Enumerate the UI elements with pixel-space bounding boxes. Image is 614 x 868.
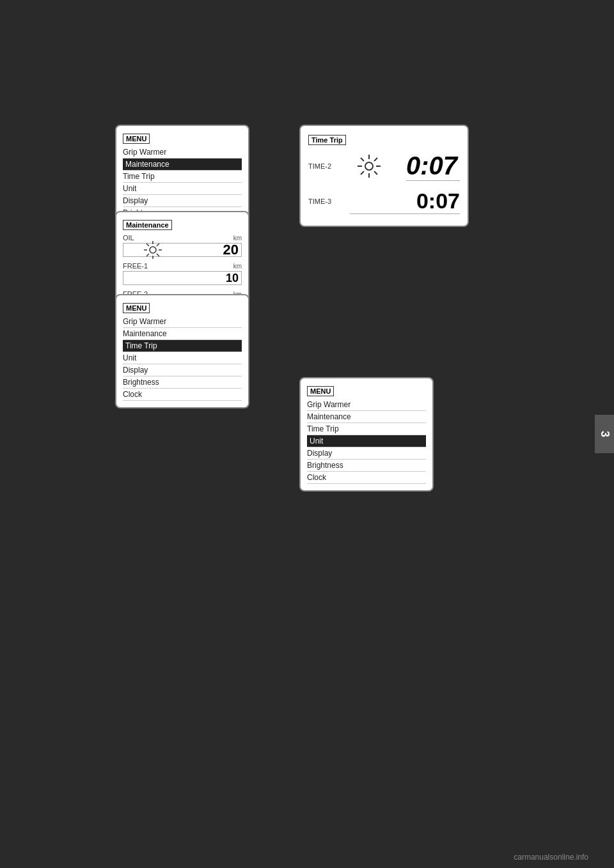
menu-item-grip-warmer-3[interactable]: Grip Warmer (307, 399, 426, 411)
time3-row: TIME-3 0:07 (308, 189, 460, 214)
menu-label-3: MENU (307, 386, 334, 396)
menu-item-grip-warmer-2[interactable]: Grip Warmer (123, 316, 242, 328)
menu-item-brightness-2[interactable]: Brightness (123, 376, 242, 389)
menu-item-unit-1[interactable]: Unit (123, 183, 242, 195)
menu-item-unit-3[interactable]: Unit (307, 435, 426, 447)
svg-line-15 (374, 171, 377, 174)
menu-item-time-trip-2[interactable]: Time Trip (123, 340, 242, 352)
svg-point-0 (150, 247, 156, 253)
free1-bar: 10 (123, 271, 242, 285)
menu-item-clock-3[interactable]: Clock (307, 472, 426, 484)
time2-row: TIME-2 0:07 (308, 151, 460, 181)
menu-item-grip-warmer-1[interactable]: Grip Warmer (123, 146, 242, 159)
menu-unit-panel: MENU Grip Warmer Maintenance Time Trip U… (299, 377, 434, 492)
svg-line-8 (146, 254, 149, 256)
oil-row: OIL km 20 (123, 234, 242, 257)
time3-value: 0:07 (416, 189, 460, 213)
svg-line-7 (157, 244, 159, 246)
free1-value: 10 (226, 272, 239, 285)
maintenance-detail-label: Maintenance (123, 220, 172, 230)
timetrip-label: Time Trip (308, 135, 346, 145)
menu-item-display-2[interactable]: Display (123, 364, 242, 376)
free1-label: FREE-1 (123, 262, 148, 270)
menu-item-maintenance-2[interactable]: Maintenance (123, 328, 242, 340)
oil-value: 20 (223, 243, 239, 257)
svg-line-5 (146, 244, 149, 246)
menu-item-brightness-3[interactable]: Brightness (307, 460, 426, 472)
menu-label-2: MENU (123, 303, 150, 313)
menu-item-display-3[interactable]: Display (307, 447, 426, 460)
oil-bar: 20 (123, 243, 242, 257)
menu-item-maintenance-3[interactable]: Maintenance (307, 411, 426, 423)
svg-line-14 (361, 158, 364, 161)
oil-label: OIL (123, 234, 134, 242)
menu-item-time-trip-1[interactable]: Time Trip (123, 171, 242, 183)
svg-point-9 (365, 162, 373, 170)
menu-timetrip-panel: MENU Grip Warmer Maintenance Time Trip U… (115, 294, 249, 408)
oil-unit: km (233, 235, 242, 242)
svg-line-16 (374, 158, 377, 161)
free1-unit: km (233, 263, 242, 270)
page-background: 3 MENU Grip Warmer Maintenance Time Trip… (0, 0, 614, 868)
menu-item-time-trip-3[interactable]: Time Trip (307, 423, 426, 435)
svg-line-17 (361, 171, 364, 174)
sun-animated-icon (356, 153, 382, 179)
menu-item-display-1[interactable]: Display (123, 195, 242, 207)
sun-icon-oil (143, 240, 163, 260)
time3-label: TIME-3 (308, 198, 350, 205)
time2-label: TIME-2 (308, 162, 350, 170)
free1-row: FREE-1 km 10 (123, 262, 242, 285)
menu-item-clock-2[interactable]: Clock (123, 389, 242, 401)
timetrip-display-panel: Time Trip TIME-2 0:07 (299, 125, 469, 227)
watermark: carmanualsonline.info (514, 853, 588, 862)
sidebar-number: 3 (595, 415, 614, 453)
svg-line-6 (157, 254, 159, 256)
menu-item-maintenance-1[interactable]: Maintenance (123, 159, 242, 171)
time2-value: 0:07 (406, 151, 460, 181)
menu-label-1: MENU (123, 134, 150, 144)
menu-item-unit-2[interactable]: Unit (123, 352, 242, 364)
